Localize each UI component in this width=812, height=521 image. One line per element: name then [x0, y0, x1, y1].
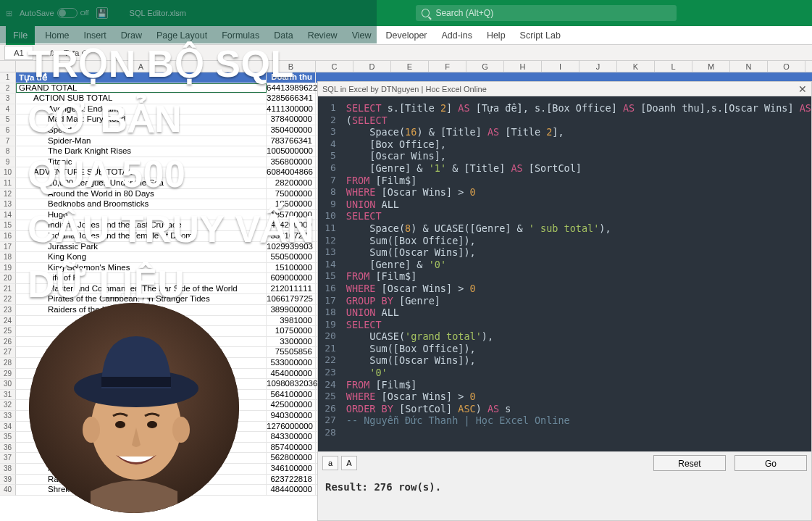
- chevron-down-icon[interactable]: ▼: [38, 49, 44, 57]
- row-number[interactable]: 12: [0, 189, 16, 200]
- row-number[interactable]: 39: [0, 475, 16, 485]
- code-line[interactable]: GROUP BY [Genre]: [346, 295, 811, 307]
- select-all-cell[interactable]: [0, 61, 16, 72]
- autosave-toggle[interactable]: AutoSave Off: [20, 8, 89, 18]
- col-header-e[interactable]: E: [391, 61, 429, 72]
- tab-view[interactable]: View: [345, 26, 379, 45]
- row-number[interactable]: 40: [0, 485, 16, 496]
- col-header-a[interactable]: A: [16, 61, 267, 72]
- code-line[interactable]: UNION ALL: [346, 307, 811, 319]
- lowercase-button[interactable]: a: [322, 456, 338, 470]
- search-box[interactable]: [416, 5, 677, 21]
- tab-file[interactable]: File: [6, 26, 35, 45]
- go-button[interactable]: Go: [734, 455, 807, 471]
- row-number[interactable]: 16: [0, 231, 16, 242]
- code-line[interactable]: [Box Office],: [346, 138, 811, 151]
- code-line[interactable]: FROM [Film$]: [346, 379, 811, 391]
- formula-content[interactable]: Tựa đ: [56, 48, 86, 58]
- row-number[interactable]: 5: [0, 114, 16, 125]
- col-header-n[interactable]: N: [730, 61, 768, 72]
- row-number[interactable]: 28: [0, 358, 16, 369]
- code-line[interactable]: WHERE [Oscar Wins] > 0: [346, 391, 811, 403]
- code-line[interactable]: Space(8) & UCASE([Genre] & ' sub total')…: [346, 222, 811, 235]
- col-header-c[interactable]: C: [316, 61, 353, 72]
- row-number[interactable]: 9: [0, 157, 16, 168]
- code-line[interactable]: [Oscar Wins],: [346, 150, 811, 162]
- tab-review[interactable]: Review: [301, 26, 345, 45]
- code-line[interactable]: SELECT: [346, 210, 811, 222]
- row-number[interactable]: 20: [0, 273, 16, 284]
- tab-insert[interactable]: Insert: [77, 26, 114, 45]
- row-number[interactable]: 25: [0, 326, 16, 337]
- tab-home[interactable]: Home: [38, 26, 76, 45]
- code-line[interactable]: WHERE [Oscar Wins] > 0: [346, 186, 811, 199]
- col-header-g[interactable]: G: [466, 61, 504, 72]
- row-number[interactable]: 33: [0, 411, 16, 422]
- row-number[interactable]: 37: [0, 453, 16, 464]
- tab-developer[interactable]: Developer: [379, 26, 435, 45]
- row-number[interactable]: 24: [0, 316, 16, 327]
- save-icon[interactable]: 💾: [96, 7, 108, 19]
- row-number[interactable]: 32: [0, 400, 16, 411]
- row-number[interactable]: 26: [0, 337, 16, 348]
- tab-data[interactable]: Data: [267, 26, 300, 45]
- row-number[interactable]: 4: [0, 104, 16, 115]
- row-number[interactable]: 30: [0, 379, 16, 390]
- tab-add-ins[interactable]: Add-ins: [435, 26, 480, 45]
- col-header-k[interactable]: K: [617, 61, 655, 72]
- editor-code[interactable]: SELECT s.[Title 2] AS [Tựa đề], s.[Box O…: [342, 96, 811, 451]
- row-number[interactable]: 1: [0, 72, 16, 83]
- col-header-i[interactable]: I: [542, 61, 579, 72]
- code-line[interactable]: FROM [Film$]: [346, 175, 811, 187]
- row-number[interactable]: 15: [0, 220, 16, 231]
- code-line[interactable]: Space(16) & [Title] AS [Title 2],: [346, 126, 811, 138]
- row-number[interactable]: 31: [0, 390, 16, 401]
- code-line[interactable]: SELECT: [346, 319, 811, 331]
- row-number[interactable]: 3: [0, 93, 16, 104]
- tab-page-layout[interactable]: Page Layout: [149, 26, 214, 45]
- sql-editor[interactable]: 1234567891011121314151617181920212223242…: [318, 96, 811, 451]
- row-number[interactable]: 18: [0, 252, 16, 263]
- col-header-l[interactable]: L: [655, 61, 692, 72]
- row-number[interactable]: 2: [0, 83, 16, 94]
- code-line[interactable]: WHERE [Oscar Wins] > 0: [346, 283, 811, 295]
- code-line[interactable]: Sum([Box Office]),: [346, 235, 811, 247]
- code-line[interactable]: Sum([Oscar Wins]),: [346, 246, 811, 259]
- code-line[interactable]: ORDER BY [SortCol] ASC) AS s: [346, 403, 811, 415]
- code-line[interactable]: SELECT s.[Title 2] AS [Tựa đề], s.[Box O…: [346, 102, 811, 114]
- row-number[interactable]: 23: [0, 305, 16, 316]
- col-header-o[interactable]: O: [768, 61, 805, 72]
- row-number[interactable]: 10: [0, 167, 16, 178]
- col-header-m[interactable]: M: [692, 61, 730, 72]
- code-line[interactable]: (SELECT: [346, 114, 811, 127]
- row-number[interactable]: 19: [0, 263, 16, 274]
- row-number[interactable]: 7: [0, 136, 16, 147]
- code-line[interactable]: Sum([Oscar Wins]),: [346, 354, 811, 367]
- code-line[interactable]: FROM [Film$]: [346, 270, 811, 283]
- code-line[interactable]: UCASE('grand total'),: [346, 330, 811, 343]
- name-box[interactable]: A1: [4, 46, 33, 60]
- row-number[interactable]: 11: [0, 178, 16, 189]
- col-header-f[interactable]: F: [429, 61, 466, 72]
- row-number[interactable]: 29: [0, 369, 16, 380]
- tab-formulas[interactable]: Formulas: [214, 26, 267, 45]
- code-line[interactable]: [Genre] & '1' & [Title] AS [SortCol]: [346, 162, 811, 175]
- search-input[interactable]: [435, 8, 671, 18]
- row-number[interactable]: 21: [0, 284, 16, 295]
- close-icon[interactable]: ✕: [798, 83, 807, 95]
- row-number[interactable]: 35: [0, 432, 16, 443]
- row-number[interactable]: 17: [0, 242, 16, 253]
- fx-icon[interactable]: fx: [44, 49, 56, 57]
- row-number[interactable]: 38: [0, 464, 16, 475]
- code-line[interactable]: -- Nguyễn Đức Thanh | Học Excel Online: [346, 414, 811, 427]
- row-number[interactable]: 14: [0, 210, 16, 221]
- row-number[interactable]: 22: [0, 294, 16, 305]
- code-line[interactable]: UNION ALL: [346, 199, 811, 211]
- col-header-b[interactable]: B: [267, 61, 316, 72]
- code-line[interactable]: [Genre] & '0': [346, 259, 811, 271]
- code-line[interactable]: '0': [346, 367, 811, 379]
- row-number[interactable]: 36: [0, 443, 16, 454]
- tab-draw[interactable]: Draw: [114, 26, 149, 45]
- row-number[interactable]: 13: [0, 199, 16, 210]
- uppercase-button[interactable]: A: [341, 456, 357, 470]
